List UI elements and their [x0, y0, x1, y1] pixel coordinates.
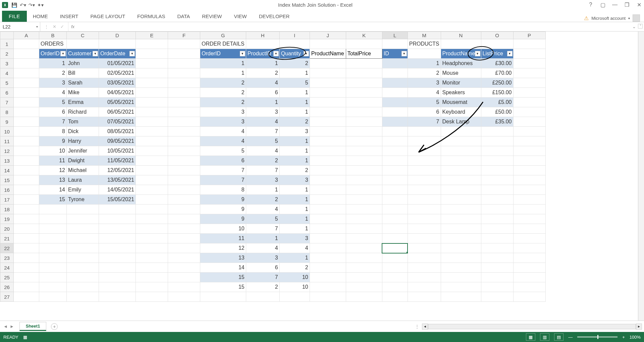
cell-I17[interactable]: 1 [279, 195, 310, 205]
cell-D13[interactable]: 11/05/2021 [99, 156, 136, 166]
col-header-K[interactable]: K [346, 32, 382, 39]
cell-L9[interactable] [382, 117, 408, 127]
cell-L5[interactable] [382, 78, 408, 88]
cell-B22[interactable] [39, 243, 67, 253]
cell-C27[interactable] [67, 292, 99, 302]
cell-N24[interactable] [441, 263, 481, 273]
row-header-16[interactable]: 16 [0, 185, 14, 195]
cell-E13[interactable] [136, 156, 168, 166]
cell-I13[interactable]: 1 [279, 156, 310, 166]
cell-K12[interactable] [346, 146, 382, 156]
cell-N26[interactable] [441, 282, 481, 292]
cell-P1[interactable] [513, 39, 545, 49]
cell-I6[interactable]: 1 [279, 88, 310, 98]
cell-A25[interactable] [14, 273, 39, 282]
row-header-10[interactable]: 10 [0, 127, 14, 136]
cell-H18[interactable]: 4 [246, 205, 279, 214]
undo-icon[interactable]: ↶▾ [20, 2, 25, 8]
cell-P2[interactable] [513, 49, 545, 59]
cell-I23[interactable]: 1 [279, 253, 310, 263]
cell-P20[interactable] [513, 224, 545, 234]
cell-L6[interactable] [382, 88, 408, 98]
row-header-20[interactable]: 20 [0, 224, 14, 234]
col-header-C[interactable]: C [67, 32, 99, 39]
row-header-23[interactable]: 23 [0, 253, 14, 263]
cell-G14[interactable]: 7 [200, 166, 246, 175]
row-header-1[interactable]: 1 [0, 39, 14, 49]
cell-L14[interactable] [382, 166, 408, 175]
cell-E21[interactable] [136, 234, 168, 243]
cell-D16[interactable]: 14/05/2021 [99, 185, 136, 195]
cell-J20[interactable] [310, 224, 346, 234]
minimize-icon[interactable]: — [612, 2, 618, 8]
cell-A4[interactable] [14, 68, 39, 78]
cell-L19[interactable] [382, 214, 408, 224]
cell-K17[interactable] [346, 195, 382, 205]
cell-P4[interactable] [513, 68, 545, 78]
filter-dropdown-icon[interactable]: ▼ [129, 51, 135, 56]
cell-K10[interactable] [346, 127, 382, 136]
cell-F19[interactable] [168, 214, 200, 224]
cell-B6[interactable]: 4 [39, 88, 67, 98]
cell-F7[interactable] [168, 98, 200, 107]
cell-B15[interactable]: 13 [39, 175, 67, 185]
row-header-22[interactable]: 22 [0, 243, 14, 253]
cell-G21[interactable]: 11 [200, 234, 246, 243]
cell-L25[interactable] [382, 273, 408, 282]
cell-F21[interactable] [168, 234, 200, 243]
user-avatar[interactable] [633, 14, 640, 22]
row-header-11[interactable]: 11 [0, 136, 14, 146]
cell-G10[interactable]: 4 [200, 127, 246, 136]
cell-K5[interactable] [346, 78, 382, 88]
cell-J2[interactable]: ProductName [310, 49, 346, 59]
cell-M13[interactable] [408, 156, 441, 166]
row-header-9[interactable]: 9 [0, 117, 14, 127]
cell-E11[interactable] [136, 136, 168, 146]
cell-O11[interactable] [481, 136, 513, 146]
cell-H7[interactable]: 1 [246, 98, 279, 107]
cell-H12[interactable]: 4 [246, 146, 279, 156]
cell-O21[interactable] [481, 234, 513, 243]
cell-K24[interactable] [346, 263, 382, 273]
cell-N14[interactable] [441, 166, 481, 175]
cell-D20[interactable] [99, 224, 136, 234]
col-header-G[interactable]: G [200, 32, 246, 39]
row-header-26[interactable]: 26 [0, 282, 14, 292]
cell-O10[interactable] [481, 127, 513, 136]
cell-P13[interactable] [513, 156, 545, 166]
col-header-B[interactable]: B [39, 32, 67, 39]
cell-F9[interactable] [168, 117, 200, 127]
cell-M16[interactable] [408, 185, 441, 195]
cell-N15[interactable] [441, 175, 481, 185]
new-sheet-button[interactable]: + [51, 323, 58, 330]
cell-B1[interactable]: ORDERS [39, 39, 67, 49]
cell-I3[interactable]: 2 [279, 59, 310, 68]
cell-I27[interactable] [279, 292, 310, 302]
cell-G3[interactable]: 1 [200, 59, 246, 68]
cell-L16[interactable] [382, 185, 408, 195]
cell-E23[interactable] [136, 253, 168, 263]
cell-E17[interactable] [136, 195, 168, 205]
cell-G16[interactable]: 8 [200, 185, 246, 195]
cell-A23[interactable] [14, 253, 39, 263]
touch-mode-icon[interactable]: ✦▾ [38, 2, 43, 8]
cell-E24[interactable] [136, 263, 168, 273]
cell-K21[interactable] [346, 234, 382, 243]
cell-K3[interactable] [346, 59, 382, 68]
cell-O9[interactable]: £35.00 [481, 117, 513, 127]
cell-P25[interactable] [513, 273, 545, 282]
cell-M10[interactable] [408, 127, 441, 136]
cell-L3[interactable] [382, 59, 408, 68]
cell-N16[interactable] [441, 185, 481, 195]
cell-E15[interactable] [136, 175, 168, 185]
cell-P26[interactable] [513, 282, 545, 292]
cell-C4[interactable]: Bill [67, 68, 99, 78]
cell-P21[interactable] [513, 234, 545, 243]
cell-G4[interactable]: 1 [200, 68, 246, 78]
cell-N1[interactable] [441, 39, 481, 49]
cell-D15[interactable]: 13/05/2021 [99, 175, 136, 185]
cell-B18[interactable] [39, 205, 67, 214]
cell-J12[interactable] [310, 146, 346, 156]
cell-N4[interactable]: Mouse [441, 68, 481, 78]
cell-D21[interactable] [99, 234, 136, 243]
